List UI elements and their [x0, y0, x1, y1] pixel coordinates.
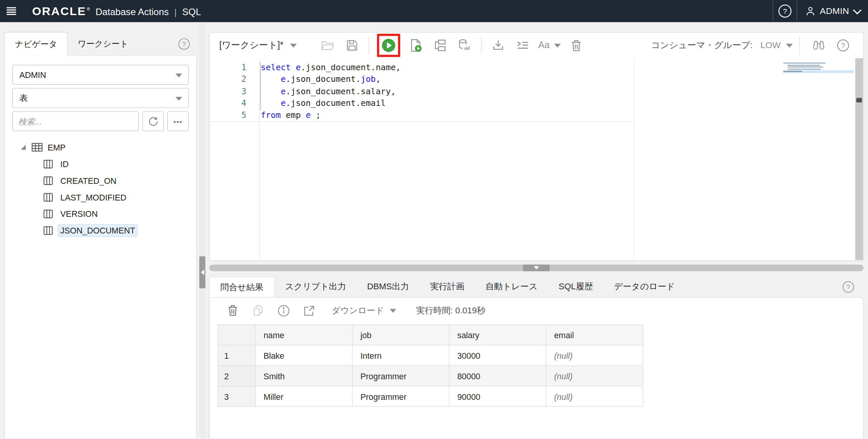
- open-file-button[interactable]: [318, 35, 337, 55]
- editor-minimap[interactable]: [783, 62, 854, 73]
- results-tab[interactable]: データのロード: [603, 277, 686, 297]
- results-help-icon: ?: [842, 281, 855, 294]
- editor-scrollbar[interactable]: [855, 58, 863, 260]
- open-results-new-window-button[interactable]: [299, 301, 319, 320]
- code-text: e.json_document.job,: [246, 74, 380, 85]
- code-line[interactable]: 4 e.json_document.email: [210, 97, 863, 109]
- header-help-button[interactable]: ?: [773, 0, 797, 22]
- minimap-line: [788, 64, 820, 66]
- results-grid-body: 1BlakeIntern30000(null)2SmithProgrammer8…: [218, 345, 643, 406]
- collapse-left-icon: [201, 270, 204, 275]
- grid-column-header[interactable]: salary: [449, 325, 546, 345]
- font-size-button[interactable]: Aa: [538, 40, 561, 51]
- worksheet-name-select[interactable]: [ワークシート]*: [219, 39, 297, 51]
- tab-worksheet[interactable]: ワークシート: [68, 32, 138, 56]
- grid-cell[interactable]: Smith: [256, 366, 353, 386]
- tree-node-column[interactable]: CREATED_ON: [5, 172, 196, 189]
- tree-node-column[interactable]: ID: [5, 156, 196, 172]
- tree-node-column[interactable]: JSON_DOCUMENT: [5, 222, 196, 239]
- results-tab[interactable]: DBMS出力: [356, 277, 419, 297]
- find-button[interactable]: [809, 35, 828, 55]
- grid-cell[interactable]: Programmer: [352, 386, 449, 407]
- more-actions-button[interactable]: •••: [167, 111, 189, 131]
- autotrace-button[interactable]: [455, 35, 474, 55]
- results-tab[interactable]: 問合せ結果: [209, 277, 275, 297]
- grid-row-number[interactable]: 3: [218, 386, 256, 407]
- tab-navigator[interactable]: ナビゲータ: [4, 32, 67, 56]
- code-text: select e.json_document.name,: [246, 62, 401, 73]
- code-line[interactable]: 3 e.json_document.salary,: [210, 85, 863, 97]
- panel-splitter-handle[interactable]: [523, 264, 550, 271]
- results-info-button[interactable]: [273, 301, 293, 320]
- grid-column-header[interactable]: name: [256, 325, 353, 345]
- copy-results-button[interactable]: [248, 301, 268, 320]
- grid-cell[interactable]: Miller: [256, 386, 353, 407]
- code-line[interactable]: 2 e.json_document.job,: [210, 73, 863, 85]
- format-icon: [515, 39, 530, 52]
- grid-cell[interactable]: Intern: [352, 345, 449, 366]
- explain-plan-button[interactable]: [430, 35, 450, 55]
- grid-cell[interactable]: Blake: [256, 345, 353, 366]
- hamburger-menu-button[interactable]: [0, 0, 22, 22]
- grid-column-header[interactable]: job: [352, 325, 449, 345]
- results-toolbar: ダウンロード 実行時間: 0.019秒: [210, 298, 863, 323]
- grid-cell[interactable]: 30000: [449, 345, 546, 366]
- schema-select[interactable]: ADMIN: [12, 65, 188, 85]
- tree-node-column[interactable]: LAST_MODIFIED: [5, 189, 196, 206]
- panel-splitter[interactable]: [209, 264, 864, 271]
- schema-select-caret-icon: [175, 74, 182, 78]
- grid-row-number[interactable]: 2: [218, 366, 256, 386]
- code-line[interactable]: 1select e.json_document.name,: [210, 61, 863, 73]
- minimap-current-line: [783, 70, 854, 73]
- object-type-select[interactable]: 表: [12, 88, 188, 108]
- grid-cell[interactable]: Programmer: [352, 366, 449, 386]
- results-tab[interactable]: 実行計画: [420, 277, 475, 297]
- sql-editor[interactable]: 1select e.json_document.name,2 e.json_do…: [210, 58, 863, 260]
- autotrace-icon: [457, 38, 472, 52]
- clear-worksheet-button[interactable]: [566, 35, 586, 55]
- download-editor-button[interactable]: [488, 35, 508, 55]
- grid-cell[interactable]: (null): [546, 386, 643, 407]
- grid-cell[interactable]: (null): [546, 366, 643, 386]
- results-tab[interactable]: スクリプト出力: [275, 277, 357, 297]
- results-help-button[interactable]: ?: [842, 277, 864, 297]
- module-title: SQL: [182, 7, 201, 18]
- search-input[interactable]: [12, 111, 139, 131]
- download-results-button[interactable]: ダウンロード: [332, 305, 396, 316]
- sidebar-splitter-handle[interactable]: [199, 256, 206, 289]
- worksheet-help-button[interactable]: ?: [833, 35, 853, 55]
- refresh-button[interactable]: [142, 111, 164, 131]
- tree-node-column[interactable]: VERSION: [5, 206, 196, 222]
- clear-results-button[interactable]: [223, 301, 242, 320]
- grid-cell[interactable]: (null): [546, 345, 643, 366]
- tree-column-label: CREATED_ON: [58, 175, 119, 186]
- grid-row-number[interactable]: 1: [218, 345, 256, 366]
- grid-cell[interactable]: 90000: [449, 386, 546, 407]
- save-button[interactable]: [342, 35, 362, 55]
- run-statement-button[interactable]: [380, 37, 397, 54]
- run-script-button[interactable]: [406, 35, 425, 55]
- user-menu-button[interactable]: ADMIN: [797, 0, 868, 22]
- editor-current-line-border: [210, 121, 634, 122]
- brand-block: ORACLE ® Database Actions | SQL: [32, 4, 201, 17]
- tree-node-table[interactable]: EMP: [5, 139, 196, 156]
- format-button[interactable]: [513, 35, 533, 55]
- title-divider: |: [174, 7, 176, 17]
- sidebar-splitter-track[interactable]: [199, 22, 206, 439]
- user-chevron-down-icon: [853, 5, 861, 14]
- tree-expand-icon[interactable]: [20, 144, 26, 150]
- user-icon: [805, 5, 816, 17]
- results-tab[interactable]: SQL履歴: [548, 277, 603, 297]
- grid-column-header[interactable]: email: [546, 325, 643, 345]
- consumer-group-select[interactable]: LOW: [760, 40, 780, 50]
- code-line[interactable]: 5from emp e ;: [210, 109, 863, 121]
- code-lines: 1select e.json_document.name,2 e.json_do…: [210, 61, 863, 121]
- sidebar-help-button[interactable]: ?: [178, 32, 197, 56]
- tab-navigator-label: ナビゲータ: [15, 39, 57, 50]
- grid-cell[interactable]: 80000: [449, 366, 546, 386]
- consumer-group-label: コンシューマ・グループ:: [651, 40, 753, 51]
- collapse-down-icon: [534, 266, 539, 270]
- editor-scrollbar-thumb[interactable]: [856, 98, 862, 102]
- results-tab[interactable]: 自動トレース: [475, 277, 548, 297]
- minimap-line: [788, 68, 821, 69]
